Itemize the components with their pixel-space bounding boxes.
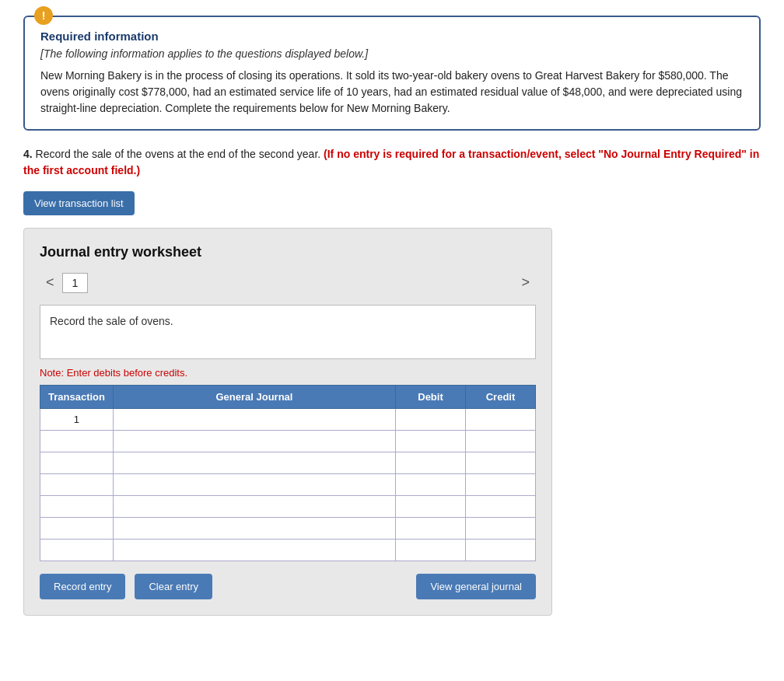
table-row-debit-0[interactable]: [396, 409, 466, 431]
table-row-journal-1[interactable]: [113, 431, 395, 452]
info-box: ! Required information [The following in…: [23, 16, 761, 131]
table-row-transaction-5: [40, 518, 114, 540]
table-row-debit-5[interactable]: [396, 518, 466, 540]
table-row-journal-4[interactable]: [113, 496, 395, 518]
journal-table: Transaction General Journal Debit Credit…: [40, 385, 536, 561]
current-page: 1: [62, 273, 89, 293]
table-row-journal-6[interactable]: [113, 540, 395, 561]
table-row-credit-5[interactable]: [466, 518, 536, 540]
table-row-transaction-1: [40, 431, 114, 452]
table-row-debit-3[interactable]: [396, 474, 466, 496]
col-header-general: General Journal: [113, 386, 395, 409]
table-row-transaction-0: 1: [40, 409, 114, 431]
note-text: Note: Enter debits before credits.: [40, 367, 536, 379]
table-row-credit-2[interactable]: [466, 452, 536, 474]
table-row-transaction-2: [40, 452, 114, 474]
record-description: Record the sale of ovens.: [40, 305, 536, 359]
table-row-transaction-3: [40, 474, 114, 496]
table-row-credit-0[interactable]: [466, 409, 536, 431]
question-main-text: Record the sale of the ovens at the end …: [36, 148, 321, 160]
table-row-debit-2[interactable]: [396, 452, 466, 474]
col-header-transaction: Transaction: [40, 386, 114, 409]
table-row-transaction-6: [40, 540, 114, 561]
worksheet-title: Journal entry worksheet: [40, 244, 536, 260]
table-row-credit-1[interactable]: [466, 431, 536, 452]
table-row-credit-3[interactable]: [466, 474, 536, 496]
table-row-debit-4[interactable]: [396, 496, 466, 518]
clear-entry-button[interactable]: Clear entry: [135, 574, 212, 599]
view-general-journal-button[interactable]: View general journal: [416, 574, 536, 599]
col-header-debit: Debit: [396, 386, 466, 409]
table-row-journal-5[interactable]: [113, 518, 395, 540]
bottom-buttons: Record entry Clear entry View general jo…: [40, 574, 536, 599]
info-body: New Morning Bakery is in the process of …: [40, 68, 744, 117]
worksheet-container: Journal entry worksheet < 1 > Record the…: [23, 228, 552, 616]
table-row-credit-4[interactable]: [466, 496, 536, 518]
table-row-journal-2[interactable]: [113, 452, 395, 474]
prev-page-button[interactable]: <: [40, 271, 61, 294]
question-text: 4. Record the sale of the ovens at the e…: [23, 146, 761, 179]
info-title: Required information: [40, 30, 744, 43]
col-header-credit: Credit: [466, 386, 536, 409]
table-row-debit-1[interactable]: [396, 431, 466, 452]
info-icon: !: [34, 6, 53, 25]
table-row-debit-6[interactable]: [396, 540, 466, 561]
table-row-transaction-4: [40, 496, 114, 518]
question-number: 4.: [23, 148, 33, 160]
view-transaction-button[interactable]: View transaction list: [23, 191, 135, 215]
table-row-credit-6[interactable]: [466, 540, 536, 561]
table-row-journal-3[interactable]: [113, 474, 395, 496]
pagination: < 1 >: [40, 271, 536, 294]
table-row-journal-0[interactable]: [113, 409, 395, 431]
next-page-button[interactable]: >: [515, 271, 536, 294]
record-entry-button[interactable]: Record entry: [40, 574, 125, 599]
info-subtitle: [The following information applies to th…: [40, 47, 744, 60]
